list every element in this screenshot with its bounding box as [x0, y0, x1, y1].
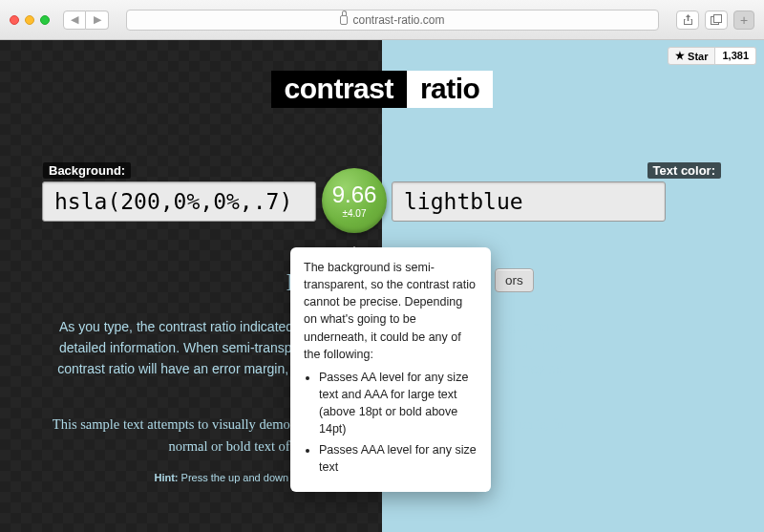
svg-rect-1	[714, 15, 722, 23]
tooltip-bullet: Passes AA level for any size text and AA…	[319, 369, 478, 438]
minimize-window-icon[interactable]	[25, 15, 34, 25]
lock-icon	[340, 15, 348, 25]
share-icon	[683, 14, 693, 26]
text-color-input[interactable]: lightblue	[392, 181, 666, 222]
browser-chrome: ◀ ▶ contrast-ratio.com +	[0, 0, 764, 40]
star-button[interactable]: ★ Star	[668, 47, 715, 65]
url-text: contrast-ratio.com	[352, 13, 444, 27]
share-button[interactable]	[676, 11, 699, 30]
star-icon: ★	[675, 50, 685, 62]
title-word-1: contrast	[271, 71, 407, 108]
tooltip-bullet: Passes AAA level for any size text	[319, 441, 478, 476]
forward-button[interactable]: ▶	[86, 11, 109, 30]
address-bar[interactable]: contrast-ratio.com	[126, 10, 659, 31]
new-tab-button[interactable]: +	[733, 11, 754, 30]
background-label: Background:	[43, 162, 131, 179]
text-color-input-value: lightblue	[404, 189, 523, 214]
text-color-label: Text color:	[647, 162, 722, 179]
title-word-2: ratio	[407, 71, 494, 108]
hint-label: Hint:	[154, 472, 178, 483]
ratio-value: 9.66	[332, 183, 377, 206]
close-window-icon[interactable]	[10, 15, 19, 25]
chrome-right-controls: +	[676, 11, 754, 30]
tooltip-list: Passes AA level for any size text and AA…	[304, 369, 478, 477]
tabs-icon	[711, 14, 722, 25]
github-star-widget[interactable]: ★ Star 1,381	[668, 47, 756, 65]
star-label: Star	[688, 51, 708, 62]
window-traffic-lights	[10, 15, 50, 25]
page-title: contrastratio	[0, 73, 764, 105]
nav-back-forward: ◀ ▶	[63, 11, 109, 30]
ratio-tooltip: The background is semi-transparent, so t…	[290, 247, 491, 492]
contrast-ratio-badge[interactable]: 9.66 ±4.07	[322, 168, 387, 233]
page-viewport: ★ Star 1,381 contrastratio Background: T…	[0, 40, 764, 532]
maximize-window-icon[interactable]	[40, 15, 50, 25]
tooltip-intro: The background is semi-transparent, so t…	[304, 259, 478, 363]
ratio-error: ±4.07	[343, 208, 367, 219]
background-input[interactable]: hsla(200,0%,0%,.7)	[42, 181, 316, 222]
tabs-button[interactable]	[705, 11, 728, 30]
back-button[interactable]: ◀	[63, 11, 86, 30]
star-count: 1,381	[715, 47, 756, 65]
background-input-value: hsla(200,0%,0%,.7)	[54, 189, 292, 214]
